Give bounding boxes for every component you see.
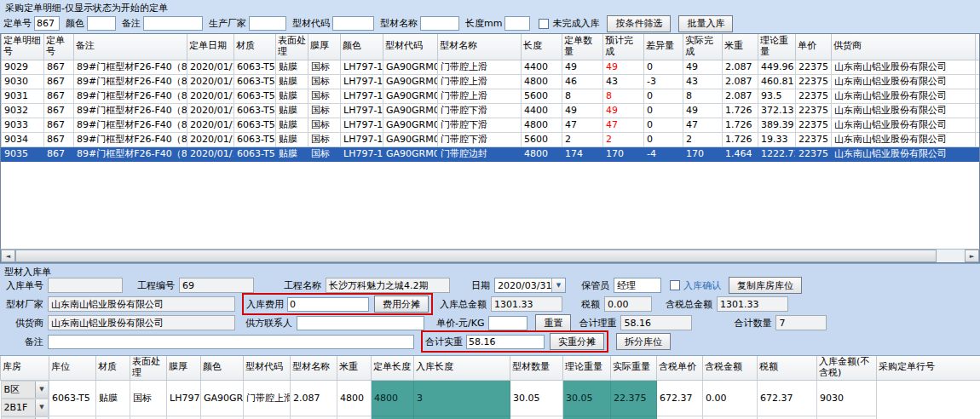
cell[interactable]: 门带腔下滑 <box>438 132 522 146</box>
cell[interactable]: 30.05 <box>563 380 611 416</box>
cell[interactable] <box>976 74 980 89</box>
cell[interactable]: 0 <box>644 132 683 146</box>
cell[interactable]: 门带腔边封 <box>244 416 291 419</box>
cell[interactable]: 贴膜 <box>276 132 308 146</box>
cell[interactable]: 3 <box>414 380 510 416</box>
inbound-confirm-checkbox[interactable] <box>670 280 680 290</box>
cell[interactable]: 9030 <box>817 380 877 416</box>
cell[interactable]: 4400 <box>522 103 562 118</box>
table-row[interactable]: 903186789#门框型材F26-F40（866+867）2020/01/13… <box>2 89 980 103</box>
cell[interactable]: 47 <box>562 118 603 132</box>
cell[interactable]: 贴膜 <box>96 416 130 419</box>
cell[interactable]: GA90GRM04 <box>383 132 438 146</box>
supplier-contact-input[interactable] <box>297 316 424 330</box>
cell[interactable]: 2020/01/13 <box>187 103 234 118</box>
cell[interactable]: GA90GRM03 <box>201 380 244 416</box>
cell[interactable]: 山东南山铝业股份有限公司 <box>832 60 976 74</box>
cell[interactable]: 628.96 <box>758 416 817 419</box>
cell[interactable]: 672.37 <box>657 380 703 416</box>
cell[interactable]: 449.96 <box>758 60 796 74</box>
cell[interactable]: LH797-1LL0 <box>341 74 383 89</box>
cell[interactable]: 1.726 <box>723 132 758 146</box>
order-no-input[interactable] <box>34 16 60 31</box>
cell[interactable]: 170 <box>603 146 644 161</box>
cell[interactable]: 867 <box>44 118 74 132</box>
cell[interactable]: 贴膜 <box>276 60 308 74</box>
note-input[interactable] <box>48 335 414 349</box>
cell[interactable]: 9030 <box>2 74 44 89</box>
cell[interactable]: 门带腔下滑 <box>438 103 522 118</box>
cell[interactable]: 6063-T5 <box>49 380 96 416</box>
cell[interactable]: LH797-1LL0 <box>341 146 383 161</box>
cell[interactable]: 2 <box>562 132 603 146</box>
cell[interactable]: 49 <box>562 103 603 118</box>
cell[interactable] <box>976 146 980 161</box>
cell[interactable]: 1222.73 <box>758 146 796 161</box>
cell[interactable]: 8 <box>603 89 644 103</box>
cell[interactable]: 2020/01/13 <box>187 89 234 103</box>
cell[interactable]: 0 <box>644 103 683 118</box>
cell[interactable]: 22375 <box>796 132 832 146</box>
cell[interactable]: LH797-1LL0 <box>341 132 383 146</box>
scrollbar-thumb[interactable] <box>15 250 937 262</box>
scroll-right-arrow-icon[interactable]: ► <box>965 250 979 262</box>
cell[interactable]: 4 <box>414 416 510 419</box>
cell[interactable]: 山东南山铝业股份有限公司 <box>832 89 976 103</box>
cell[interactable]: 8 <box>562 89 603 103</box>
cell[interactable]: -4 <box>644 146 683 161</box>
chevron-down-icon[interactable]: ▼ <box>35 399 48 416</box>
project-name-field[interactable]: 长沙万科魅力之城4.2期 <box>326 278 450 293</box>
cell[interactable]: 9035 <box>2 146 44 161</box>
factory-field[interactable]: 山东南山铝业股份有限公司 <box>48 296 235 312</box>
cell[interactable]: 43 <box>683 74 723 89</box>
cell[interactable]: LH797-1LL0 <box>341 103 383 118</box>
cell[interactable]: 49 <box>562 60 603 74</box>
cell[interactable]: 6063-T5 <box>234 60 276 74</box>
cell[interactable]: 2.087 <box>723 60 758 74</box>
cell[interactable]: 867 <box>44 103 74 118</box>
copy-warehouse-location-button[interactable]: 复制库房库位 <box>729 277 802 294</box>
cell[interactable]: 89#门框型材F26-F40（866+867） <box>74 60 187 74</box>
cell[interactable]: 19.33 <box>758 132 796 146</box>
cell[interactable]: 国标 <box>308 118 341 132</box>
cell[interactable]: 2020/01/13 <box>187 60 234 74</box>
cell[interactable]: 6063-T5 <box>234 118 276 132</box>
cell[interactable]: 山东南山铝业股份有限公司 <box>832 74 976 89</box>
horizontal-scrollbar[interactable]: ◄ ► <box>0 249 980 263</box>
cell[interactable]: 8 <box>683 89 723 103</box>
cell[interactable]: 贴膜 <box>276 118 308 132</box>
cell[interactable]: 国标 <box>308 60 341 74</box>
cell[interactable]: 门带腔上滑 <box>244 380 291 416</box>
profile-name-input[interactable] <box>420 16 459 31</box>
cell[interactable]: 174 <box>562 146 603 161</box>
actual-weight-input[interactable] <box>466 335 545 349</box>
cell[interactable]: 22375 <box>796 118 832 132</box>
cell[interactable]: 89#门框型材F26-F40（866+867） <box>74 89 187 103</box>
table-row[interactable]: 903086789#门框型材F26-F40（866+867）2020/01/13… <box>2 74 980 89</box>
cell[interactable]: 山东南山铝业股份有限公司 <box>832 146 976 161</box>
cell[interactable]: 93.5 <box>758 89 796 103</box>
cell[interactable]: 389.39 <box>758 118 796 132</box>
table-row[interactable]: B区▼5B2F▼6063-T5贴膜国标LH797-1LL0GA90GRM05门带… <box>1 416 980 419</box>
batch-inbound-button[interactable]: 批量入库 <box>678 15 733 32</box>
scroll-left-arrow-icon[interactable]: ◄ <box>1 250 15 262</box>
cell[interactable]: 5600 <box>522 132 562 146</box>
cell[interactable]: 国标 <box>130 380 167 416</box>
inbound-no-field[interactable] <box>48 278 123 293</box>
profile-code-input[interactable] <box>332 16 374 31</box>
cell[interactable]: -3 <box>644 74 683 89</box>
cell[interactable] <box>976 103 980 118</box>
total-qty-field[interactable]: 7 <box>775 315 827 330</box>
cell[interactable]: 2 <box>683 132 723 146</box>
cell[interactable]: 2B1F▼ <box>1 399 49 416</box>
cell[interactable]: 国标 <box>308 103 341 118</box>
table-row[interactable]: 903486789#门框型材F26-F40（866+867）2020/01/13… <box>2 132 980 146</box>
cell[interactable]: 贴膜 <box>276 89 308 103</box>
manufacturer-input[interactable] <box>249 16 286 31</box>
total-amount-field[interactable]: 1301.33 <box>491 296 562 312</box>
cell[interactable]: 22375 <box>796 89 832 103</box>
cell[interactable]: 4800 <box>522 146 562 161</box>
unit-price-input[interactable] <box>488 316 527 330</box>
cell[interactable]: 2020/01/13 <box>187 74 234 89</box>
theory-weight-field[interactable]: 58.16 <box>620 315 692 330</box>
